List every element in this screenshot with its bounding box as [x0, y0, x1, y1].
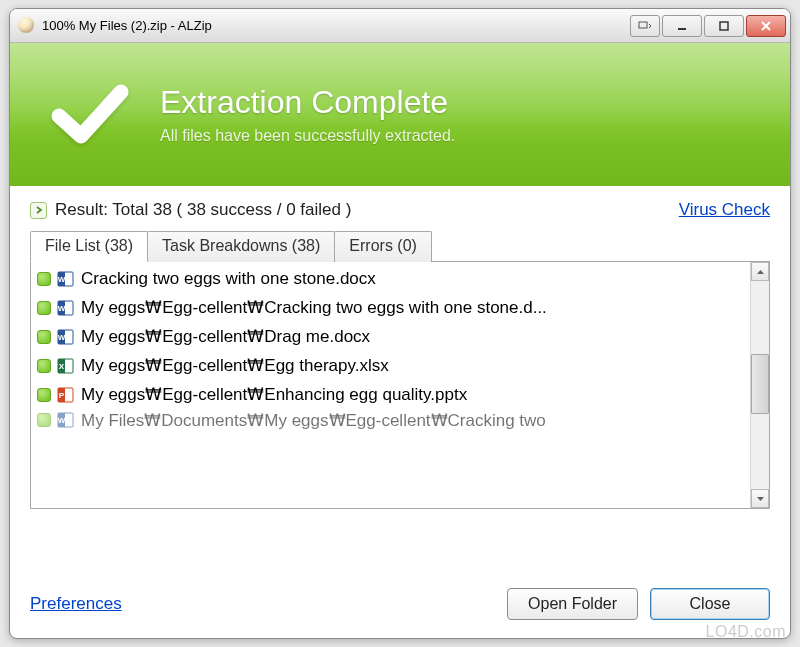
banner-text: Extraction Complete All files have been …: [160, 84, 455, 145]
svg-text:W: W: [58, 333, 66, 342]
svg-text:P: P: [59, 391, 65, 400]
virus-check-link[interactable]: Virus Check: [679, 200, 770, 220]
compact-mode-button[interactable]: [630, 15, 660, 37]
ppt-file-icon: P: [57, 386, 75, 404]
expand-result-icon[interactable]: [30, 202, 47, 219]
file-name: My eggs₩Egg-cellent₩Cracking two eggs wi…: [81, 297, 547, 318]
window-title: 100% My Files (2).zip - ALZip: [42, 18, 630, 33]
banner-heading: Extraction Complete: [160, 84, 455, 121]
tab-bar: File List (38) Task Breakdowns (38) Erro…: [30, 230, 770, 261]
word-file-icon: W: [57, 270, 75, 288]
scrollbar[interactable]: [750, 262, 769, 508]
tab-errors[interactable]: Errors (0): [334, 231, 432, 262]
excel-file-icon: X: [57, 357, 75, 375]
file-list-box: WCracking two eggs with one stone.docxWM…: [30, 261, 770, 509]
svg-rect-0: [639, 22, 647, 28]
scroll-up-button[interactable]: [751, 262, 769, 281]
status-success-icon: [37, 272, 51, 286]
maximize-button[interactable]: [704, 15, 744, 37]
footer: Preferences Open Folder Close: [30, 588, 770, 620]
svg-rect-2: [720, 22, 728, 30]
list-item[interactable]: XMy eggs₩Egg-cellent₩Egg therapy.xlsx: [31, 351, 750, 380]
status-success-icon: [37, 330, 51, 344]
scroll-down-button[interactable]: [751, 489, 769, 508]
list-item[interactable]: WCracking two eggs with one stone.docx: [31, 265, 750, 293]
preferences-link[interactable]: Preferences: [30, 594, 122, 614]
titlebar[interactable]: 100% My Files (2).zip - ALZip: [10, 9, 790, 43]
list-item[interactable]: PMy eggs₩Egg-cellent₩Enhancing egg quali…: [31, 380, 750, 409]
close-window-button[interactable]: [746, 15, 786, 37]
svg-text:W: W: [58, 304, 66, 313]
result-text: Result: Total 38 ( 38 success / 0 failed…: [55, 200, 679, 220]
body-area: Result: Total 38 ( 38 success / 0 failed…: [10, 186, 790, 523]
file-list[interactable]: WCracking two eggs with one stone.docxWM…: [31, 262, 750, 508]
word-file-icon: W: [57, 328, 75, 346]
scroll-thumb[interactable]: [751, 354, 769, 414]
status-banner: Extraction Complete All files have been …: [10, 43, 790, 186]
result-row: Result: Total 38 ( 38 success / 0 failed…: [30, 200, 770, 220]
svg-text:W: W: [58, 416, 66, 425]
status-success-icon: [37, 413, 51, 427]
banner-subheading: All files have been successfully extract…: [160, 127, 455, 145]
status-success-icon: [37, 359, 51, 373]
status-success-icon: [37, 301, 51, 315]
file-name: My eggs₩Egg-cellent₩Egg therapy.xlsx: [81, 355, 389, 376]
status-success-icon: [37, 388, 51, 402]
list-item[interactable]: WMy eggs₩Egg-cellent₩Cracking two eggs w…: [31, 293, 750, 322]
svg-text:W: W: [58, 275, 66, 284]
file-name: My eggs₩Egg-cellent₩Enhancing egg qualit…: [81, 384, 467, 405]
list-item[interactable]: WMy eggs₩Egg-cellent₩Drag me.docx: [31, 322, 750, 351]
file-name: My Files₩Documents₩My eggs₩Egg-cellent₩C…: [81, 410, 546, 431]
open-folder-button[interactable]: Open Folder: [507, 588, 638, 620]
list-item[interactable]: WMy Files₩Documents₩My eggs₩Egg-cellent₩…: [31, 409, 750, 431]
checkmark-icon: [38, 65, 138, 165]
word-file-icon: W: [57, 411, 75, 429]
app-icon: [18, 17, 36, 35]
tab-file-list[interactable]: File List (38): [30, 231, 148, 262]
tab-task-breakdowns[interactable]: Task Breakdowns (38): [147, 231, 335, 262]
close-button[interactable]: Close: [650, 588, 770, 620]
app-window: 100% My Files (2).zip - ALZip Extraction…: [9, 8, 791, 639]
svg-text:X: X: [59, 362, 65, 371]
scroll-track[interactable]: [751, 281, 769, 489]
word-file-icon: W: [57, 299, 75, 317]
file-name: Cracking two eggs with one stone.docx: [81, 269, 376, 289]
file-name: My eggs₩Egg-cellent₩Drag me.docx: [81, 326, 370, 347]
minimize-button[interactable]: [662, 15, 702, 37]
window-button-group: [630, 15, 786, 37]
